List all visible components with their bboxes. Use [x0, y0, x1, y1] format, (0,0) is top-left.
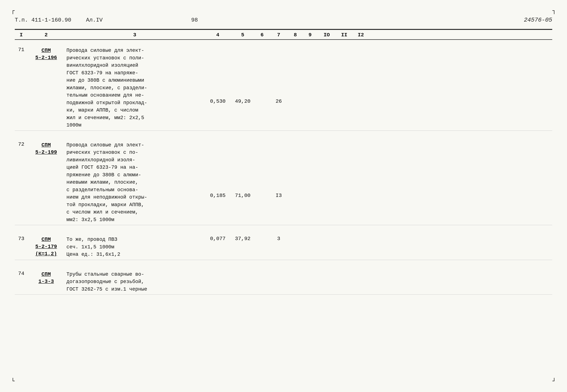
col-header-12: I2	[353, 32, 369, 38]
data-rows: 71 СПМ 5-2-196 Провода силовые для элект…	[15, 43, 552, 295]
header-al: Ал.IV	[86, 17, 103, 23]
table-row: 72 СПМ 5-2-199 Провода силовые для элект…	[15, 138, 552, 225]
page: ┌ ┐ └ ┘ Т.п. 411-1-160.90 Ал.IV 98 24576…	[0, 0, 567, 392]
corner-mark-bl: └	[11, 378, 15, 385]
table-row: 74 СПМ 1-3-3 Трубы стальные сварные во- …	[15, 267, 552, 295]
column-headers: I 2 3 4 5 6 7 8 9 IO II I2	[15, 30, 552, 40]
corner-mark-tl: ┌	[11, 7, 15, 14]
corner-mark-br: ┘	[552, 378, 556, 385]
table-row: 71 СПМ 5-2-196 Провода силовые для элект…	[15, 43, 552, 131]
header-doc: 24576-05	[524, 17, 552, 23]
row-col4: 0,185	[205, 141, 231, 198]
row-desc: Провода силовые для элект- рических уста…	[65, 141, 205, 224]
row-num: 72	[15, 141, 28, 147]
row-num: 71	[15, 47, 28, 53]
row-col7: 26	[269, 47, 288, 104]
row-ref: СПМ 5-2-199	[28, 141, 65, 156]
corner-mark-tr: ┐	[552, 7, 556, 14]
col-header-6: 6	[255, 32, 269, 38]
col-header-11: II	[336, 32, 353, 38]
row-col5: 37,92	[231, 236, 255, 241]
table-row: 73 СПМ 5-2-179 (К=1,2) То же, провод ПВЗ…	[15, 233, 552, 260]
col-header-9: 9	[303, 32, 317, 38]
row-col4: 0,077	[205, 236, 231, 241]
row-col7: I3	[269, 141, 288, 198]
row-num: 73	[15, 236, 28, 241]
col-header-5: 5	[231, 32, 255, 38]
header-row: Т.п. 411-1-160.90 Ал.IV 98 24576-05	[15, 11, 552, 27]
row-ref: СПМ 1-3-3	[28, 271, 65, 285]
row-ref: СПМ 5-2-179 (К=1,2)	[28, 236, 65, 258]
row-col5: 49,20	[231, 47, 255, 104]
row-num: 74	[15, 271, 28, 276]
col-header-1: I	[15, 32, 28, 38]
row-col4: 0,530	[205, 47, 231, 104]
col-header-7: 7	[269, 32, 288, 38]
col-header-4: 4	[205, 32, 231, 38]
header-page: 98	[191, 17, 198, 23]
row-col5: 71,00	[231, 141, 255, 198]
header-ref: Т.п. 411-1-160.90	[15, 17, 71, 23]
col-header-2: 2	[28, 32, 65, 38]
row-desc: То же, провод ПВЗ сеч. 1x1,5 1000м Цена …	[65, 236, 205, 258]
row-desc: Трубы стальные сварные во- догазопроводн…	[65, 271, 205, 293]
col-header-3: 3	[65, 32, 205, 38]
row-col7: 3	[269, 236, 288, 241]
row-desc: Провода силовые для элект- рических уста…	[65, 47, 205, 129]
row-ref: СПМ 5-2-196	[28, 47, 65, 61]
col-header-10: IO	[317, 32, 336, 38]
col-header-8: 8	[288, 32, 303, 38]
